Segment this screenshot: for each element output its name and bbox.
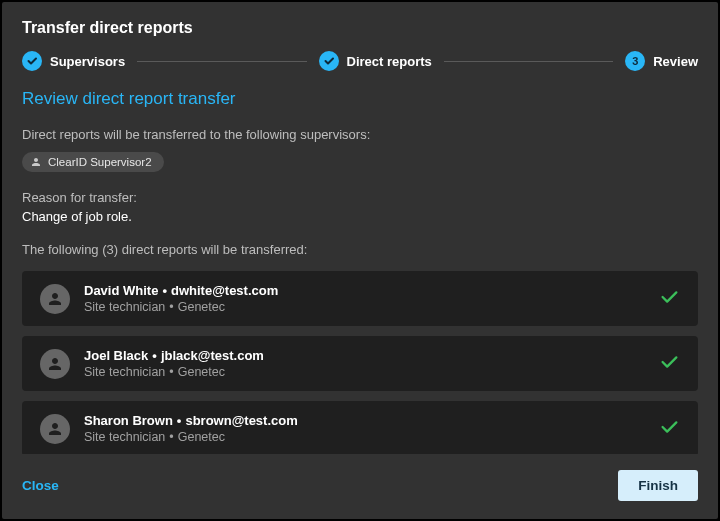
report-secondary: Site technician•Genetec: [84, 430, 644, 444]
report-name: Joel Black: [84, 348, 148, 363]
avatar-icon: [40, 349, 70, 379]
report-email: sbrown@test.com: [185, 413, 297, 428]
step-number: 3: [632, 55, 638, 67]
reason-value: Change of job role.: [22, 209, 698, 224]
separator-dot: •: [177, 413, 182, 428]
report-info: David White•dwhite@test.com Site technic…: [84, 283, 644, 314]
report-info: Sharon Brown•sbrown@test.com Site techni…: [84, 413, 644, 444]
report-org: Genetec: [178, 430, 225, 444]
report-info: Joel Black•jblack@test.com Site technici…: [84, 348, 644, 379]
section-title: Review direct report transfer: [22, 89, 698, 109]
step-label: Direct reports: [347, 54, 432, 69]
supervisor-chip: ClearID Supervisor2: [22, 152, 164, 172]
step-connector: [137, 61, 306, 62]
avatar-icon: [40, 414, 70, 444]
step-supervisors: Supervisors: [22, 51, 125, 71]
dialog-footer: Close Finish: [2, 454, 718, 519]
person-icon: [30, 156, 42, 168]
step-connector: [444, 61, 613, 62]
report-secondary: Site technician•Genetec: [84, 365, 644, 379]
transfer-dialog: Transfer direct reports Supervisors Dire…: [2, 2, 718, 519]
list-item: Sharon Brown•sbrown@test.com Site techni…: [22, 401, 698, 454]
stepper: Supervisors Direct reports 3 Review: [2, 51, 718, 89]
separator-dot: •: [162, 283, 167, 298]
step-direct-reports: Direct reports: [319, 51, 432, 71]
report-primary: Joel Black•jblack@test.com: [84, 348, 644, 363]
check-circle-icon: [319, 51, 339, 71]
check-icon: [658, 416, 680, 442]
report-org: Genetec: [178, 365, 225, 379]
report-primary: Sharon Brown•sbrown@test.com: [84, 413, 644, 428]
dialog-header: Transfer direct reports: [2, 2, 718, 51]
report-primary: David White•dwhite@test.com: [84, 283, 644, 298]
report-secondary: Site technician•Genetec: [84, 300, 644, 314]
step-number-icon: 3: [625, 51, 645, 71]
separator-dot: •: [169, 365, 173, 379]
check-circle-icon: [22, 51, 42, 71]
report-role: Site technician: [84, 430, 165, 444]
check-icon: [658, 351, 680, 377]
list-item: Joel Black•jblack@test.com Site technici…: [22, 336, 698, 391]
step-review: 3 Review: [625, 51, 698, 71]
report-org: Genetec: [178, 300, 225, 314]
dialog-title: Transfer direct reports: [22, 19, 698, 37]
finish-button[interactable]: Finish: [618, 470, 698, 501]
avatar-icon: [40, 284, 70, 314]
step-label: Review: [653, 54, 698, 69]
report-role: Site technician: [84, 365, 165, 379]
reason-label: Reason for transfer:: [22, 190, 698, 205]
report-email: jblack@test.com: [161, 348, 264, 363]
supervisors-intro: Direct reports will be transferred to th…: [22, 127, 698, 142]
supervisor-name: ClearID Supervisor2: [48, 156, 152, 168]
step-label: Supervisors: [50, 54, 125, 69]
list-item: David White•dwhite@test.com Site technic…: [22, 271, 698, 326]
report-name: David White: [84, 283, 158, 298]
reports-intro: The following (3) direct reports will be…: [22, 242, 698, 257]
separator-dot: •: [152, 348, 157, 363]
separator-dot: •: [169, 300, 173, 314]
reports-list: David White•dwhite@test.com Site technic…: [22, 271, 698, 454]
report-role: Site technician: [84, 300, 165, 314]
check-icon: [658, 286, 680, 312]
dialog-content: Review direct report transfer Direct rep…: [2, 89, 718, 454]
report-name: Sharon Brown: [84, 413, 173, 428]
close-button[interactable]: Close: [22, 478, 59, 493]
separator-dot: •: [169, 430, 173, 444]
report-email: dwhite@test.com: [171, 283, 278, 298]
